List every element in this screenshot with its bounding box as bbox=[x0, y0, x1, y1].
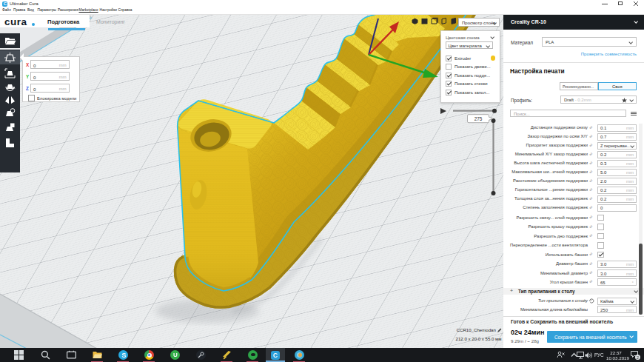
svg-text:275: 275 bbox=[474, 116, 483, 121]
